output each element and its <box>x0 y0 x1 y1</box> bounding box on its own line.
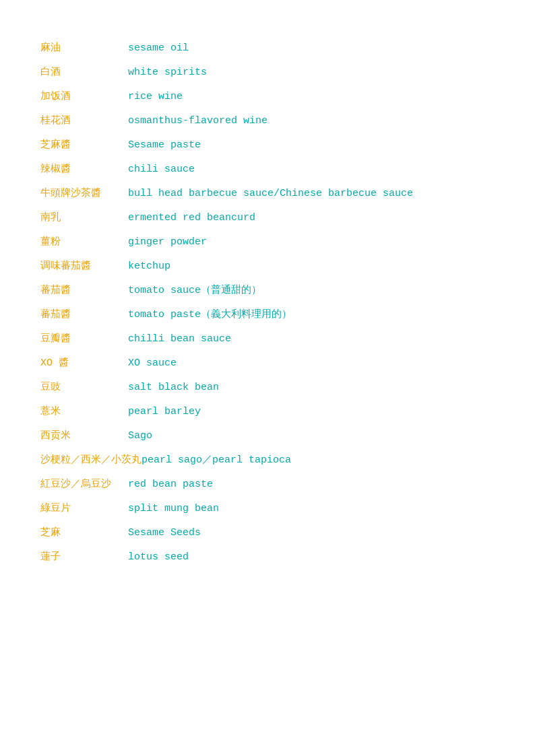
list-item: 麻油sesame oil <box>40 40 495 57</box>
chinese-text: 白酒 <box>40 65 128 81</box>
list-item: 牛頭牌沙茶醬bull head barbecue sauce/Chinese b… <box>40 186 495 202</box>
english-text: Sesame Seeds <box>128 525 201 541</box>
english-text: pearl sago／pearl tapioca <box>141 452 291 469</box>
list-item: 西贡米Sago <box>40 428 495 444</box>
chinese-text: 豆豉 <box>40 380 128 396</box>
chinese-text: 南乳 <box>40 210 128 226</box>
chinese-text: 调味蕃茄醬 <box>40 259 128 275</box>
list-item: XO 醬XO sauce <box>40 355 495 372</box>
english-text: chili sauce <box>128 162 195 178</box>
list-item: 芝麻醬Sesame paste <box>40 137 495 153</box>
english-text: chilli bean sauce <box>128 331 231 347</box>
list-item: 调味蕃茄醬ketchup <box>40 259 495 275</box>
chinese-text: 加饭酒 <box>40 89 128 105</box>
list-item: 蕃茄醬tomato sauce（普通甜的） <box>40 283 495 299</box>
english-text: red bean paste <box>128 477 213 493</box>
chinese-text: 紅豆沙／烏豆沙 <box>40 477 128 493</box>
list-item: 綠豆片split mung bean <box>40 501 495 517</box>
list-item: 沙梗粒／西米／小茨丸pearl sago／pearl tapioca <box>40 452 495 469</box>
english-text: sesame oil <box>128 40 189 57</box>
english-text: rice wine <box>128 89 183 105</box>
english-text: XO sauce <box>128 355 177 372</box>
list-item: 蕃茄醬tomato paste（義大利料理用的） <box>40 307 495 323</box>
chinese-text: 蓮子 <box>40 549 128 565</box>
english-text: salt black bean <box>128 380 219 396</box>
list-item: 白酒white spirits <box>40 65 495 81</box>
english-text: split mung bean <box>128 501 219 517</box>
list-item: 紅豆沙／烏豆沙red bean paste <box>40 477 495 493</box>
english-text: Sesame paste <box>128 137 201 153</box>
english-text: ginger powder <box>128 234 207 250</box>
english-text: tomato sauce（普通甜的） <box>128 283 261 299</box>
chinese-text: 蕃茄醬 <box>40 307 128 323</box>
list-item: 桂花酒osmanthus-flavored wine <box>40 113 495 129</box>
english-text: white spirits <box>128 65 207 81</box>
english-text: ermented red beancurd <box>128 210 255 226</box>
chinese-text: XO 醬 <box>40 355 128 372</box>
list-item: 南乳ermented red beancurd <box>40 210 495 226</box>
english-text: Sago <box>128 428 152 444</box>
chinese-text: 麻油 <box>40 40 128 57</box>
list-item: 加饭酒rice wine <box>40 89 495 105</box>
chinese-text: 桂花酒 <box>40 113 128 129</box>
chinese-text: 辣椒醬 <box>40 162 128 178</box>
chinese-text: 芝麻 <box>40 525 128 541</box>
english-text: ketchup <box>128 259 170 275</box>
english-text: osmanthus-flavored wine <box>128 113 268 129</box>
items-list: 麻油sesame oil白酒white spirits加饭酒rice wine桂… <box>40 40 495 565</box>
list-item: 芝麻Sesame Seeds <box>40 525 495 541</box>
chinese-text: 豆瓣醬 <box>40 331 128 347</box>
list-item: 薏米pearl barley <box>40 404 495 420</box>
english-text: tomato paste（義大利料理用的） <box>128 307 292 323</box>
chinese-text: 牛頭牌沙茶醬 <box>40 186 128 202</box>
chinese-text: 西贡米 <box>40 428 128 444</box>
list-item: 辣椒醬chili sauce <box>40 162 495 178</box>
english-text: bull head barbecue sauce/Chinese barbecu… <box>128 186 413 202</box>
chinese-text: 芝麻醬 <box>40 137 128 153</box>
list-item: 豆豉salt black bean <box>40 380 495 396</box>
list-item: 豆瓣醬chilli bean sauce <box>40 331 495 347</box>
english-text: pearl barley <box>128 404 201 420</box>
chinese-text: 蕃茄醬 <box>40 283 128 299</box>
chinese-text: 薏米 <box>40 404 128 420</box>
chinese-text: 綠豆片 <box>40 501 128 517</box>
list-item: 薑粉ginger powder <box>40 234 495 250</box>
english-text: lotus seed <box>128 549 189 565</box>
chinese-text: 薑粉 <box>40 234 128 250</box>
chinese-text: 沙梗粒／西米／小茨丸 <box>40 452 141 469</box>
list-item: 蓮子lotus seed <box>40 549 495 565</box>
